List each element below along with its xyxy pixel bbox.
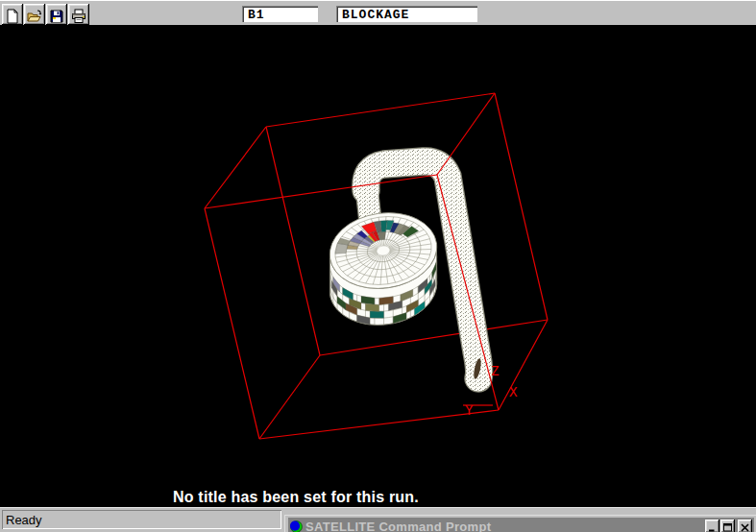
- print-button[interactable]: [68, 4, 89, 25]
- run-title-text: No title has been set for this run.: [173, 489, 419, 506]
- open-file-button[interactable]: [24, 4, 45, 25]
- satellite-window-title: SATELLITE Command Prompt: [305, 520, 491, 532]
- new-file-button[interactable]: [2, 4, 23, 25]
- application-window: { "toolbar": { "buttons": [ {"name": "ne…: [0, 0, 756, 532]
- axis-label-x: X: [509, 384, 518, 399]
- maximize-icon: [723, 523, 732, 532]
- save-button[interactable]: [46, 4, 67, 25]
- save-icon: [49, 9, 64, 24]
- axis-label-z: Z: [491, 363, 499, 378]
- object-type-field[interactable]: [336, 6, 477, 22]
- minimize-button[interactable]: [705, 520, 719, 532]
- close-icon: [741, 523, 749, 532]
- new-file-icon: [5, 9, 20, 24]
- satellite-titlebar[interactable]: SATELLITE Command Prompt: [288, 518, 754, 532]
- print-icon: [71, 9, 86, 24]
- minimize-icon: [708, 523, 717, 532]
- maximize-button[interactable]: [720, 520, 735, 532]
- satellite-window[interactable]: SATELLITE Command Prompt: [284, 515, 756, 532]
- scene-3d: XYZ: [0, 27, 756, 507]
- satellite-icon: [290, 520, 303, 532]
- status-message: Ready: [2, 510, 281, 529]
- object-name-field[interactable]: [242, 6, 318, 22]
- toolbar: [0, 0, 756, 27]
- viewport-3d[interactable]: XYZ No title has been set for this run.: [0, 27, 756, 507]
- close-button[interactable]: [738, 520, 752, 532]
- open-folder-icon: [27, 9, 42, 24]
- axis-label-y: Y: [465, 402, 474, 418]
